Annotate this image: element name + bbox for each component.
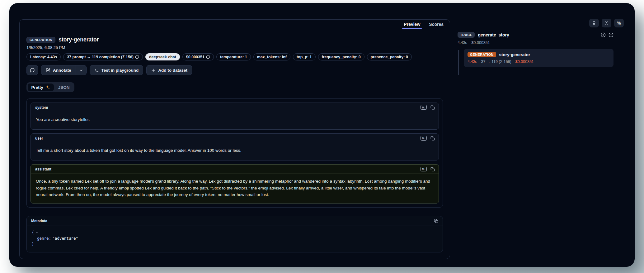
trace-name: generate_story bbox=[478, 32, 509, 37]
fold-vertical-icon bbox=[604, 21, 609, 26]
role-label: user bbox=[35, 136, 43, 141]
tree-item-tokens: 37 → 119 (Σ 156) bbox=[481, 60, 511, 64]
chevron-down-icon bbox=[79, 68, 83, 72]
token-usage-badge: 37 prompt → 119 completion (Σ 156) bbox=[63, 53, 143, 60]
comment-button[interactable] bbox=[26, 65, 38, 75]
tree-controls bbox=[601, 32, 613, 37]
copy-icon bbox=[434, 219, 438, 223]
expand-all-button[interactable] bbox=[601, 32, 606, 37]
copy-button[interactable] bbox=[430, 136, 435, 141]
markdown-toggle-icon[interactable]: M↓ bbox=[421, 105, 427, 110]
annotate-button[interactable]: Annotate bbox=[41, 65, 76, 75]
preview-scores-tabbar: Preview Scores bbox=[20, 20, 450, 29]
award-icon bbox=[592, 21, 596, 26]
metadata-title: Metadata bbox=[31, 219, 47, 223]
timestamp: 1/9/2025, 6:08:25 PM bbox=[26, 45, 443, 50]
page-title: story-generator bbox=[59, 36, 99, 43]
terminal-icon bbox=[94, 68, 99, 73]
latency-badge: Latency: 4.43s bbox=[26, 53, 61, 60]
tab-preview[interactable]: Preview bbox=[399, 20, 425, 29]
top-p-badge: top_p: 1 bbox=[293, 53, 316, 60]
role-label: assistant bbox=[35, 167, 51, 171]
annotate-pen-icon bbox=[46, 68, 50, 73]
tree-item-cost: $0.000351 bbox=[515, 60, 534, 64]
annotate-dropdown-button[interactable] bbox=[76, 65, 87, 75]
tab-pretty[interactable]: Pretty bbox=[28, 84, 54, 91]
io-preview: system M↓ You are a creative storyteller… bbox=[26, 98, 443, 208]
parameter-badges: Latency: 4.43s 37 prompt → 119 completio… bbox=[26, 53, 443, 60]
plus-circle-icon bbox=[601, 32, 606, 37]
json-value: "adventure" bbox=[52, 236, 78, 242]
comment-icon bbox=[30, 68, 35, 73]
annotate-split-button: Annotate bbox=[41, 65, 87, 75]
sparkles-icon bbox=[45, 85, 50, 90]
observation-panel: Preview Scores GENERATION story-generato… bbox=[19, 19, 450, 259]
test-in-playground-button[interactable]: Test in playground bbox=[90, 65, 143, 75]
message-card-assistant: assistant M↓ Once, a tiny token named Le… bbox=[31, 164, 439, 204]
pretty-json-toggle: Pretty JSON bbox=[26, 82, 74, 92]
fold-vertical-button[interactable] bbox=[602, 19, 611, 27]
trace-header-row[interactable]: TRACE generate_story bbox=[458, 32, 613, 38]
presence-penalty-badge: presence_penalty: 0 bbox=[367, 53, 412, 60]
message-content: Once, a tiny token named Lex set off to … bbox=[31, 174, 439, 203]
tab-preview-label: Preview bbox=[404, 22, 420, 27]
trace-latency: 4.43s bbox=[458, 41, 467, 45]
info-icon[interactable] bbox=[206, 55, 210, 59]
generation-type-badge: GENERATION bbox=[26, 37, 55, 43]
trace-sidebar: % TRACE generate_story 4.43s $0.000351 bbox=[458, 3, 613, 267]
award-button[interactable] bbox=[589, 19, 599, 27]
metadata-card: Metadata { genre: bbox=[26, 216, 443, 252]
trace-stats: 4.43s $0.000351 bbox=[458, 41, 613, 45]
actions-row: Annotate Test in playground Add to datas… bbox=[26, 65, 443, 75]
sidebar-toolbar: % bbox=[589, 19, 624, 27]
percent-button[interactable]: % bbox=[614, 19, 624, 27]
tab-scores[interactable]: Scores bbox=[425, 20, 448, 29]
trace-tree: GENERATION story-generator 4.43s 37 → 11… bbox=[458, 49, 613, 67]
copy-button[interactable] bbox=[430, 105, 435, 110]
tree-item-story-generator[interactable]: GENERATION story-generator 4.43s 37 → 11… bbox=[464, 49, 613, 67]
message-content: Tell me a short story about a token that… bbox=[31, 143, 439, 160]
collapse-all-button[interactable] bbox=[609, 32, 613, 37]
markdown-toggle-icon[interactable]: M↓ bbox=[421, 167, 427, 171]
metadata-json: { genre: "adventure" } bbox=[27, 226, 443, 252]
observation-content: GENERATION story-generator 1/9/2025, 6:0… bbox=[20, 29, 450, 259]
role-label: system bbox=[35, 105, 48, 110]
add-to-dataset-button[interactable]: Add to dataset bbox=[146, 65, 192, 75]
copy-icon bbox=[430, 167, 435, 171]
trace-cost: $0.000351 bbox=[472, 41, 490, 45]
message-content: You are a creative storyteller. bbox=[31, 112, 439, 129]
collapse-json-icon[interactable] bbox=[35, 231, 39, 234]
trace-type-badge: TRACE bbox=[458, 32, 475, 38]
copy-icon bbox=[430, 105, 435, 110]
message-card-system: system M↓ You are a creative storyteller… bbox=[31, 103, 439, 130]
json-key: genre: bbox=[37, 236, 51, 242]
temperature-badge: temperature: 1 bbox=[216, 53, 251, 60]
copy-button[interactable] bbox=[430, 167, 435, 171]
copy-button[interactable] bbox=[434, 219, 438, 223]
minus-circle-icon bbox=[609, 32, 613, 37]
generation-type-badge: GENERATION bbox=[468, 52, 496, 57]
copy-icon bbox=[430, 136, 435, 141]
app-window: Preview Scores GENERATION story-generato… bbox=[9, 3, 635, 267]
max-tokens-badge: max_tokens: inf bbox=[253, 53, 290, 60]
frequency-penalty-badge: frequency_penalty: 0 bbox=[318, 53, 364, 60]
percent-icon: % bbox=[617, 21, 621, 26]
plus-icon bbox=[151, 68, 156, 73]
info-icon[interactable] bbox=[135, 55, 139, 59]
tab-scores-label: Scores bbox=[429, 22, 444, 27]
message-card-user: user M↓ Tell me a short story about a to… bbox=[31, 133, 439, 160]
markdown-toggle-icon[interactable]: M↓ bbox=[421, 136, 427, 141]
tab-json[interactable]: JSON bbox=[54, 84, 73, 91]
tree-item-latency: 4.43s bbox=[468, 60, 477, 64]
cost-badge: $0.000351 bbox=[182, 53, 214, 60]
model-badge[interactable]: deepseek-chat bbox=[145, 53, 180, 60]
tree-item-name: story-generator bbox=[499, 52, 530, 57]
